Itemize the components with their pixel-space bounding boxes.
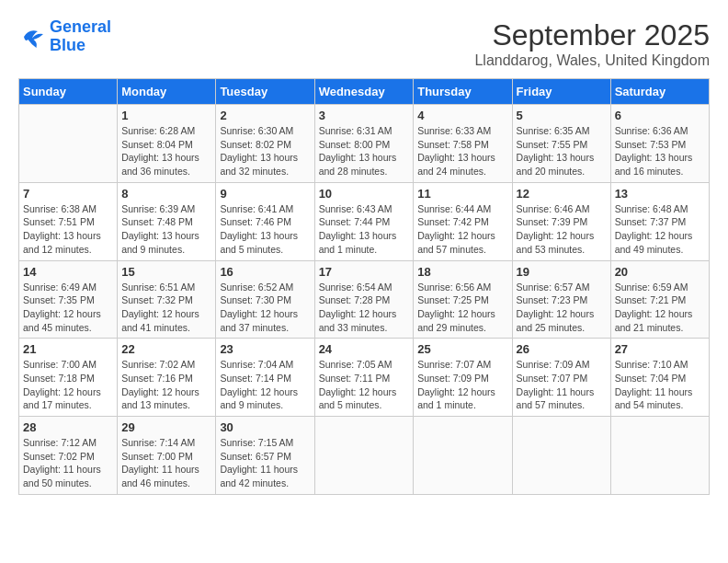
calendar-week-5: 28Sunrise: 7:12 AM Sunset: 7:02 PM Dayli…: [19, 417, 710, 495]
calendar-cell: 22Sunrise: 7:02 AM Sunset: 7:16 PM Dayli…: [118, 339, 216, 417]
day-number: 1: [121, 109, 211, 122]
day-info: Sunrise: 6:48 AM Sunset: 7:37 PM Dayligh…: [615, 202, 705, 257]
day-info: Sunrise: 6:38 AM Sunset: 7:51 PM Dayligh…: [23, 202, 113, 257]
header-thursday: Thursday: [414, 79, 512, 105]
calendar-cell: 3Sunrise: 6:31 AM Sunset: 8:00 PM Daylig…: [314, 105, 414, 183]
page-subtitle: Llanddarog, Wales, United Kingdom: [474, 52, 710, 69]
calendar-cell: 6Sunrise: 6:36 AM Sunset: 7:53 PM Daylig…: [610, 105, 709, 183]
day-number: 20: [615, 265, 705, 279]
calendar-cell: 26Sunrise: 7:09 AM Sunset: 7:07 PM Dayli…: [512, 339, 610, 417]
calendar-cell: 21Sunrise: 7:00 AM Sunset: 7:18 PM Dayli…: [19, 339, 118, 417]
day-info: Sunrise: 6:30 AM Sunset: 8:02 PM Dayligh…: [220, 124, 310, 178]
calendar-cell: [19, 105, 118, 183]
calendar-cell: 13Sunrise: 6:48 AM Sunset: 7:37 PM Dayli…: [610, 182, 709, 260]
day-number: 24: [319, 342, 410, 356]
day-info: Sunrise: 7:09 AM Sunset: 7:07 PM Dayligh…: [517, 358, 607, 412]
day-info: Sunrise: 6:36 AM Sunset: 7:53 PM Dayligh…: [615, 124, 705, 178]
calendar-cell: 8Sunrise: 6:39 AM Sunset: 7:48 PM Daylig…: [118, 182, 216, 260]
calendar-cell: [610, 417, 709, 495]
day-info: Sunrise: 7:00 AM Sunset: 7:18 PM Dayligh…: [23, 358, 113, 412]
day-info: Sunrise: 7:04 AM Sunset: 7:14 PM Dayligh…: [220, 358, 310, 412]
calendar-cell: [414, 417, 512, 495]
day-info: Sunrise: 7:10 AM Sunset: 7:04 PM Dayligh…: [615, 358, 705, 412]
day-number: 25: [417, 342, 507, 356]
day-info: Sunrise: 6:31 AM Sunset: 8:00 PM Dayligh…: [319, 124, 410, 178]
header-tuesday: Tuesday: [216, 79, 314, 105]
calendar-cell: 12Sunrise: 6:46 AM Sunset: 7:39 PM Dayli…: [512, 182, 610, 260]
day-number: 11: [417, 187, 507, 201]
day-number: 23: [220, 342, 310, 356]
day-number: 29: [121, 420, 211, 434]
logo: General Blue: [18, 18, 111, 55]
day-number: 19: [517, 265, 607, 279]
calendar-cell: 17Sunrise: 6:54 AM Sunset: 7:28 PM Dayli…: [314, 260, 414, 339]
calendar-cell: 23Sunrise: 7:04 AM Sunset: 7:14 PM Dayli…: [216, 339, 314, 417]
calendar-cell: 11Sunrise: 6:44 AM Sunset: 7:42 PM Dayli…: [414, 182, 512, 260]
day-info: Sunrise: 6:39 AM Sunset: 7:48 PM Dayligh…: [121, 202, 211, 257]
header-saturday: Saturday: [610, 79, 709, 105]
day-number: 17: [319, 265, 410, 279]
day-info: Sunrise: 6:44 AM Sunset: 7:42 PM Dayligh…: [417, 202, 507, 257]
calendar-cell: 29Sunrise: 7:14 AM Sunset: 7:00 PM Dayli…: [118, 417, 216, 495]
day-number: 12: [517, 187, 607, 201]
day-info: Sunrise: 6:59 AM Sunset: 7:21 PM Dayligh…: [615, 281, 705, 335]
day-info: Sunrise: 6:33 AM Sunset: 7:58 PM Dayligh…: [417, 124, 507, 178]
day-info: Sunrise: 7:14 AM Sunset: 7:00 PM Dayligh…: [121, 436, 211, 490]
title-block: September 2025 Llanddarog, Wales, United…: [474, 18, 710, 69]
day-info: Sunrise: 6:28 AM Sunset: 8:04 PM Dayligh…: [121, 124, 211, 178]
day-info: Sunrise: 6:51 AM Sunset: 7:32 PM Dayligh…: [121, 281, 211, 335]
header-wednesday: Wednesday: [314, 79, 414, 105]
calendar-cell: 27Sunrise: 7:10 AM Sunset: 7:04 PM Dayli…: [610, 339, 709, 417]
calendar-cell: [314, 417, 414, 495]
calendar-week-4: 21Sunrise: 7:00 AM Sunset: 7:18 PM Dayli…: [19, 339, 710, 417]
calendar-cell: 24Sunrise: 7:05 AM Sunset: 7:11 PM Dayli…: [314, 339, 414, 417]
day-number: 9: [220, 187, 310, 201]
header-monday: Monday: [118, 79, 216, 105]
day-number: 16: [220, 265, 310, 279]
calendar-cell: 4Sunrise: 6:33 AM Sunset: 7:58 PM Daylig…: [414, 105, 512, 183]
calendar-cell: 2Sunrise: 6:30 AM Sunset: 8:02 PM Daylig…: [216, 105, 314, 183]
calendar-cell: 5Sunrise: 6:35 AM Sunset: 7:55 PM Daylig…: [512, 105, 610, 183]
calendar-week-2: 7Sunrise: 6:38 AM Sunset: 7:51 PM Daylig…: [19, 182, 710, 260]
day-info: Sunrise: 7:02 AM Sunset: 7:16 PM Dayligh…: [121, 358, 211, 412]
day-info: Sunrise: 7:15 AM Sunset: 6:57 PM Dayligh…: [220, 436, 310, 490]
page-header: General Blue September 2025 Llanddarog, …: [18, 18, 710, 69]
day-info: Sunrise: 7:07 AM Sunset: 7:09 PM Dayligh…: [417, 358, 507, 412]
calendar-table: SundayMondayTuesdayWednesdayThursdayFrid…: [18, 78, 710, 495]
day-number: 13: [615, 187, 705, 201]
day-info: Sunrise: 6:41 AM Sunset: 7:46 PM Dayligh…: [220, 202, 310, 257]
day-info: Sunrise: 7:05 AM Sunset: 7:11 PM Dayligh…: [319, 358, 410, 412]
day-number: 2: [220, 109, 310, 122]
header-sunday: Sunday: [19, 79, 118, 105]
calendar-cell: 18Sunrise: 6:56 AM Sunset: 7:25 PM Dayli…: [414, 260, 512, 339]
calendar-week-3: 14Sunrise: 6:49 AM Sunset: 7:35 PM Dayli…: [19, 260, 710, 339]
logo-text: General Blue: [50, 18, 111, 55]
calendar-cell: 28Sunrise: 7:12 AM Sunset: 7:02 PM Dayli…: [19, 417, 118, 495]
day-number: 28: [23, 420, 113, 434]
day-number: 22: [121, 342, 211, 356]
calendar-cell: 20Sunrise: 6:59 AM Sunset: 7:21 PM Dayli…: [610, 260, 709, 339]
calendar-header-row: SundayMondayTuesdayWednesdayThursdayFrid…: [19, 79, 710, 105]
day-info: Sunrise: 7:12 AM Sunset: 7:02 PM Dayligh…: [23, 436, 113, 490]
calendar-cell: [512, 417, 610, 495]
calendar-cell: 14Sunrise: 6:49 AM Sunset: 7:35 PM Dayli…: [19, 260, 118, 339]
calendar-week-1: 1Sunrise: 6:28 AM Sunset: 8:04 PM Daylig…: [19, 105, 710, 183]
calendar-cell: 1Sunrise: 6:28 AM Sunset: 8:04 PM Daylig…: [118, 105, 216, 183]
day-number: 5: [517, 109, 607, 122]
day-info: Sunrise: 6:54 AM Sunset: 7:28 PM Dayligh…: [319, 281, 410, 335]
calendar-cell: 25Sunrise: 7:07 AM Sunset: 7:09 PM Dayli…: [414, 339, 512, 417]
day-info: Sunrise: 6:52 AM Sunset: 7:30 PM Dayligh…: [220, 281, 310, 335]
day-number: 6: [615, 109, 705, 122]
day-info: Sunrise: 6:56 AM Sunset: 7:25 PM Dayligh…: [417, 281, 507, 335]
calendar-cell: 16Sunrise: 6:52 AM Sunset: 7:30 PM Dayli…: [216, 260, 314, 339]
day-number: 15: [121, 265, 211, 279]
day-info: Sunrise: 6:43 AM Sunset: 7:44 PM Dayligh…: [319, 202, 410, 257]
day-info: Sunrise: 6:49 AM Sunset: 7:35 PM Dayligh…: [23, 281, 113, 335]
day-info: Sunrise: 6:57 AM Sunset: 7:23 PM Dayligh…: [517, 281, 607, 335]
calendar-cell: 30Sunrise: 7:15 AM Sunset: 6:57 PM Dayli…: [216, 417, 314, 495]
day-number: 4: [417, 109, 507, 122]
day-number: 10: [319, 187, 410, 201]
day-number: 21: [23, 342, 113, 356]
page-title: September 2025: [474, 18, 710, 52]
calendar-cell: 7Sunrise: 6:38 AM Sunset: 7:51 PM Daylig…: [19, 182, 118, 260]
